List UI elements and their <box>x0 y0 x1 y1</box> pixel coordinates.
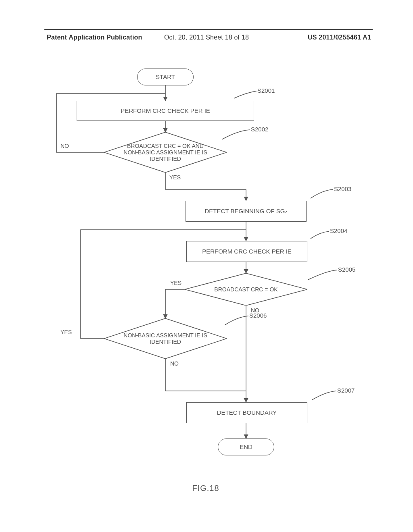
s2006-no: NO <box>170 360 179 367</box>
process-s2001-label: PERFORM CRC CHECK PER IE <box>121 107 210 115</box>
step-s2004: S2004 <box>330 227 347 234</box>
start-label: START <box>156 73 175 81</box>
svg-marker-11 <box>104 318 227 359</box>
step-s2003: S2003 <box>334 185 351 192</box>
figure-caption: FIG.18 <box>44 484 367 493</box>
end-terminator: END <box>218 438 274 455</box>
s2005-yes: YES <box>170 280 181 286</box>
s2002-no: NO <box>60 143 69 149</box>
s2002-yes: YES <box>169 174 181 181</box>
process-s2007-label: DETECT BOUNDARY <box>217 409 277 417</box>
header-rule <box>44 29 373 30</box>
process-s2003-label: DETECT BEGINNING OF SG₂ <box>205 207 288 215</box>
step-s2006: S2006 <box>249 312 267 319</box>
s2006-yes: YES <box>60 329 72 335</box>
process-s2004-label: PERFORM CRC CHECK PER IE <box>202 247 292 256</box>
header-right: US 2011/0255461 A1 <box>308 34 371 41</box>
process-s2004: PERFORM CRC CHECK PER IE <box>186 241 307 262</box>
process-s2001: PERFORM CRC CHECK PER IE <box>77 101 254 121</box>
process-s2007: DETECT BOUNDARY <box>186 402 307 423</box>
step-s2002: S2002 <box>251 126 268 133</box>
svg-marker-9 <box>104 132 227 172</box>
start-terminator: START <box>137 69 194 85</box>
decision-s2005: BROADCAST CRC = OK <box>185 273 307 305</box>
step-s2001: S2001 <box>257 87 275 94</box>
step-s2005: S2005 <box>338 266 355 273</box>
svg-marker-10 <box>185 273 307 305</box>
flowchart: START PERFORM CRC CHECK PER IE S2001 BRO… <box>44 60 367 488</box>
decision-s2002: BROADCAST CRC = OK AND NON-BASIC ASSIGNM… <box>104 132 227 172</box>
process-s2003: DETECT BEGINNING OF SG₂ <box>186 201 307 222</box>
end-label: END <box>240 443 252 451</box>
step-s2007: S2007 <box>337 387 355 394</box>
decision-s2006: NON-BASIC ASSIGNMENT IE IS IDENTIFIED <box>104 318 227 359</box>
